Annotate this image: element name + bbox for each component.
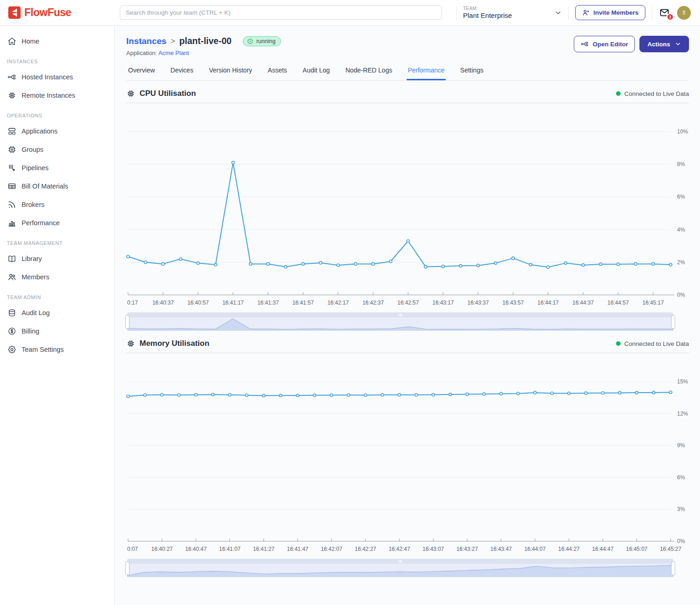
tab-version-history[interactable]: Version History	[208, 64, 253, 80]
svg-text:16:42:57: 16:42:57	[398, 300, 419, 306]
sidebar-section-operations: OPERATIONS	[0, 105, 114, 122]
tab-bar: Overview Devices Version History Assets …	[126, 64, 689, 81]
tab-node-red-logs[interactable]: Node-RED Logs	[345, 64, 393, 80]
svg-text:16:43:57: 16:43:57	[502, 300, 524, 306]
svg-text:3%: 3%	[677, 506, 685, 512]
flowfuse-app: FlowFuse TEAM: Plant Enterprise Invite M…	[0, 0, 700, 605]
svg-text:16:42:07: 16:42:07	[321, 546, 342, 552]
svg-text:16:44:37: 16:44:37	[572, 300, 594, 306]
sidebar-item-remote-instances[interactable]: Remote Instances	[0, 86, 114, 105]
open-editor-label: Open Editor	[593, 41, 628, 48]
sidebar-item-label: Team Settings	[22, 346, 64, 353]
sidebar-item-performance[interactable]: Performance	[0, 214, 114, 232]
notifications-button[interactable]: 2	[659, 7, 671, 18]
performance-icon	[7, 218, 17, 228]
billing-icon	[7, 327, 17, 336]
sidebar-item-label: Bill Of Materials	[22, 183, 68, 190]
sidebar-item-billing[interactable]: Billing	[0, 322, 114, 340]
svg-text:16:42:27: 16:42:27	[355, 546, 376, 552]
cpu-chart[interactable]: 0%2%4%6%8%10%0:1716:40:3716:40:5716:41:1…	[126, 105, 689, 311]
sidebar-item-brokers[interactable]: Brokers	[0, 195, 114, 214]
members-icon	[7, 272, 17, 282]
sidebar-item-groups[interactable]: Groups	[0, 140, 114, 159]
tab-overview[interactable]: Overview	[127, 64, 156, 80]
sidebar-item-hosted-instances[interactable]: Hosted Instances	[0, 68, 114, 86]
svg-text:16:43:37: 16:43:37	[467, 300, 489, 306]
breadcrumb-instances-link[interactable]: Instances	[126, 36, 167, 46]
search-input[interactable]	[120, 6, 442, 20]
editor-flow-icon	[581, 40, 589, 48]
svg-text:15%: 15%	[677, 378, 688, 385]
svg-text:16:45:27: 16:45:27	[660, 546, 682, 552]
svg-text:4%: 4%	[677, 227, 685, 233]
navigator-preview[interactable]	[127, 564, 673, 577]
svg-text:10%: 10%	[677, 128, 688, 135]
breadcrumb-separator: >	[171, 37, 175, 46]
sidebar: Home INSTANCES Hosted Instances Remote I…	[0, 26, 115, 605]
navigator-grip[interactable]	[127, 312, 673, 317]
hosted-instances-icon	[7, 72, 17, 82]
cpu-section: CPU Utilisation Connected to Live Data 0…	[126, 89, 689, 331]
sidebar-item-label: Members	[22, 273, 49, 281]
sidebar-item-members[interactable]: Members	[0, 268, 114, 286]
memory-chart-title: Memory Utilisation	[140, 339, 209, 348]
header-right-cluster: TEAM: Plant Enterprise Invite Members 2 …	[456, 5, 700, 20]
team-label: TEAM:	[463, 6, 512, 11]
cpu-live-status: Connected to Live Data	[616, 90, 689, 97]
svg-text:16:44:07: 16:44:07	[524, 546, 546, 552]
cpu-chip-icon	[126, 89, 135, 98]
memory-chart[interactable]: 0%3%6%9%12%15%0:0716:40:2716:40:4716:41:…	[126, 355, 689, 557]
svg-text:16:43:47: 16:43:47	[490, 546, 512, 552]
svg-text:0%: 0%	[677, 538, 685, 544]
svg-text:16:44:57: 16:44:57	[607, 300, 629, 306]
tab-settings[interactable]: Settings	[459, 64, 485, 80]
sidebar-item-bill-of-materials[interactable]: Bill Of Materials	[0, 177, 114, 195]
sidebar-item-applications[interactable]: Applications	[0, 122, 114, 140]
navigator-grip[interactable]	[127, 559, 673, 564]
navigator-left-handle[interactable]	[125, 561, 129, 575]
svg-text:12%: 12%	[677, 411, 688, 417]
svg-text:16:41:17: 16:41:17	[222, 300, 244, 306]
svg-text:6%: 6%	[677, 474, 685, 481]
navigator-right-handle[interactable]	[671, 315, 675, 329]
svg-text:16:41:37: 16:41:37	[258, 300, 279, 306]
cpu-chart-navigator	[127, 312, 673, 331]
navigator-right-handle[interactable]	[671, 561, 675, 575]
team-selector[interactable]: TEAM: Plant Enterprise	[463, 6, 562, 19]
navigator-left-handle[interactable]	[125, 315, 129, 329]
invite-members-button[interactable]: Invite Members	[575, 5, 645, 20]
status-label: running	[256, 38, 275, 44]
sidebar-item-audit-log[interactable]: Audit Log	[0, 304, 114, 322]
tab-audit-log[interactable]: Audit Log	[302, 64, 330, 80]
user-avatar[interactable]: fl	[677, 6, 691, 20]
page-title: plant-live-00	[179, 36, 232, 46]
pipelines-icon	[7, 163, 17, 172]
sidebar-item-home[interactable]: Home	[0, 32, 114, 50]
sidebar-item-pipelines[interactable]: Pipelines	[0, 159, 114, 177]
brand-name: FlowFuse	[24, 6, 71, 19]
memory-chart-header: Memory Utilisation Connected to Live Dat…	[126, 339, 689, 353]
sidebar-item-label: Audit Log	[22, 309, 50, 316]
tab-devices[interactable]: Devices	[169, 64, 194, 80]
navigator-preview[interactable]	[127, 317, 673, 331]
user-plus-icon	[582, 9, 590, 17]
svg-text:16:41:27: 16:41:27	[253, 546, 274, 552]
open-editor-button[interactable]: Open Editor	[574, 36, 635, 52]
application-link[interactable]: Acme Plant	[158, 50, 189, 56]
svg-text:8%: 8%	[677, 161, 685, 167]
flowfuse-logo[interactable]: FlowFuse	[0, 6, 115, 19]
actions-button[interactable]: Actions	[639, 36, 689, 52]
svg-text:0:07: 0:07	[127, 546, 138, 552]
cpu-chart-title: CPU Utilisation	[140, 89, 196, 98]
memory-chart-navigator	[127, 559, 673, 577]
svg-text:16:43:17: 16:43:17	[432, 300, 454, 306]
svg-text:16:42:17: 16:42:17	[327, 300, 349, 306]
bill-of-materials-icon	[7, 182, 17, 191]
tab-performance[interactable]: Performance	[407, 64, 445, 80]
svg-text:16:40:57: 16:40:57	[187, 300, 209, 306]
svg-text:16:44:27: 16:44:27	[558, 546, 580, 552]
library-icon	[7, 254, 17, 263]
tab-assets[interactable]: Assets	[267, 64, 288, 80]
sidebar-item-library[interactable]: Library	[0, 250, 114, 268]
sidebar-item-team-settings[interactable]: Team Settings	[0, 340, 114, 359]
